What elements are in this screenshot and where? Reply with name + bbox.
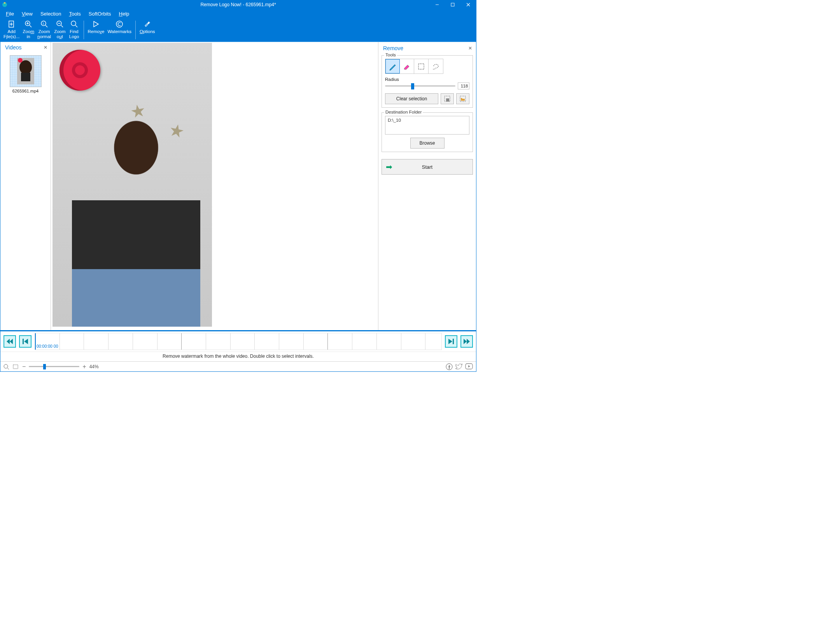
browse-button[interactable]: Browse: [410, 138, 445, 149]
menu-tools[interactable]: Tools: [66, 10, 84, 18]
skip-forward-all-button[interactable]: [460, 335, 473, 348]
svg-marker-21: [94, 21, 98, 27]
svg-rect-38: [453, 339, 454, 344]
tools-legend: Tools: [384, 52, 397, 57]
remove-panel-title: Remove: [383, 45, 403, 51]
arrow-right-icon: ➡: [386, 162, 392, 172]
svg-marker-33: [7, 339, 10, 344]
video-thumbnail[interactable]: [10, 55, 42, 87]
svg-line-20: [75, 25, 77, 27]
watermarks-button[interactable]: Watermarks: [106, 19, 133, 42]
svg-marker-39: [464, 339, 467, 344]
destination-legend: Destination Folder: [384, 110, 423, 114]
window-title: Remove Logo Now! - 6265961.mp4*: [200, 2, 276, 7]
zoom-slider[interactable]: [29, 366, 79, 367]
videos-panel-title: Videos: [5, 44, 22, 51]
preview-area[interactable]: ★ ★: [51, 42, 378, 330]
zoom-in-icon: [24, 20, 33, 28]
menu-softorbits[interactable]: SoftOrbits: [86, 10, 114, 18]
marker-tool[interactable]: [385, 59, 400, 74]
svg-rect-1: [4, 2, 5, 4]
timeline-hint: Remove watermark from the whole video. D…: [0, 352, 476, 361]
menu-file[interactable]: File: [3, 10, 17, 18]
options-label: Options: [140, 29, 155, 34]
menu-view[interactable]: View: [19, 10, 36, 18]
timeline-track[interactable]: 00:00:00 00: [35, 333, 442, 350]
zoom-percent: 44%: [89, 364, 99, 369]
timeline-time: 00:00:00 00: [37, 344, 58, 348]
zoom-out-button[interactable]: Zoomout: [53, 19, 67, 42]
start-button[interactable]: ➡ Start: [382, 159, 473, 175]
radius-value[interactable]: 118: [458, 82, 469, 89]
titlebar: Remove Logo Now! - 6265961.mp4*: [0, 0, 476, 9]
facebook-icon[interactable]: [446, 363, 453, 370]
remove-panel-close[interactable]: ✕: [468, 46, 472, 51]
svg-marker-46: [468, 365, 470, 368]
svg-marker-37: [448, 339, 452, 344]
skip-back-all-button[interactable]: [4, 335, 16, 348]
svg-text:1: 1: [42, 22, 44, 25]
svg-point-41: [4, 364, 8, 368]
load-selection-button[interactable]: [456, 93, 469, 104]
svg-point-22: [116, 21, 123, 27]
radius-label: Radius: [385, 77, 469, 82]
clear-selection-button[interactable]: Clear selection: [385, 93, 438, 104]
twitter-icon[interactable]: [455, 363, 463, 370]
svg-rect-29: [418, 64, 424, 69]
rect-select-tool[interactable]: [414, 59, 429, 74]
eraser-tool[interactable]: [400, 59, 414, 74]
radius-slider[interactable]: [385, 85, 455, 87]
add-files-button[interactable]: AddFile(s)...: [2, 19, 21, 42]
menu-help[interactable]: Help: [116, 10, 133, 18]
destination-path[interactable]: D:\_10: [385, 116, 469, 135]
videos-panel: Videos ✕ 6265961.mp4: [0, 42, 51, 330]
svg-line-14: [46, 25, 47, 27]
status-bar: − + 44%: [0, 361, 476, 371]
svg-rect-3: [451, 3, 454, 6]
skip-back-button[interactable]: [19, 335, 32, 348]
svg-rect-31: [446, 98, 449, 102]
videos-panel-close[interactable]: ✕: [44, 45, 47, 50]
add-files-label: AddFile(s)...: [4, 29, 20, 39]
fit-window-icon[interactable]: [4, 364, 10, 369]
remove-button[interactable]: Remove: [86, 19, 106, 42]
lasso-tool[interactable]: [429, 59, 443, 74]
watermarks-label: Watermarks: [107, 29, 131, 34]
timeline-area: 00:00:00 00 Remove watermark from the wh…: [0, 330, 476, 361]
svg-rect-27: [21, 73, 30, 81]
save-selection-button[interactable]: [441, 93, 454, 104]
svg-marker-40: [467, 339, 470, 344]
zoom-minus[interactable]: −: [22, 363, 26, 370]
svg-point-19: [71, 21, 76, 26]
svg-rect-43: [13, 365, 18, 369]
zoom-in-button[interactable]: Zoomin: [21, 19, 36, 42]
find-logo-button[interactable]: FindLogo: [67, 19, 81, 42]
svg-point-26: [19, 60, 32, 74]
actual-size-icon[interactable]: [13, 364, 19, 369]
app-icon: [0, 0, 9, 9]
close-button[interactable]: [460, 0, 476, 9]
menu-selection[interactable]: Selection: [37, 10, 64, 18]
toolbar: AddFile(s)... Zoomin 1 Zoomnormal Zoomou…: [0, 18, 476, 42]
minimize-button[interactable]: [429, 0, 445, 9]
copyright-icon: [115, 20, 124, 28]
options-button[interactable]: Options: [138, 19, 157, 42]
svg-rect-35: [23, 339, 24, 344]
svg-line-42: [7, 368, 9, 369]
preview-frame: ★ ★: [53, 43, 212, 327]
zoom-plus[interactable]: +: [82, 363, 86, 370]
zoom-normal-button[interactable]: 1 Zoomnormal: [36, 19, 53, 42]
svg-marker-36: [24, 339, 28, 344]
wrench-icon: [143, 20, 152, 28]
destination-group: Destination Folder D:\_10 Browse: [382, 112, 473, 152]
plus-doc-icon: [7, 20, 16, 28]
skip-forward-button[interactable]: [445, 335, 457, 348]
play-icon: [92, 20, 100, 28]
maximize-button[interactable]: [445, 0, 460, 9]
remove-panel: Remove ✕ Tools Radius 118 Clear selectio…: [378, 42, 476, 330]
video-thumbnail-label: 6265961.mp4: [0, 88, 51, 93]
svg-point-28: [18, 58, 23, 63]
find-logo-label: FindLogo: [69, 29, 79, 39]
watermark-logo: [60, 50, 100, 91]
youtube-icon[interactable]: [465, 363, 473, 370]
